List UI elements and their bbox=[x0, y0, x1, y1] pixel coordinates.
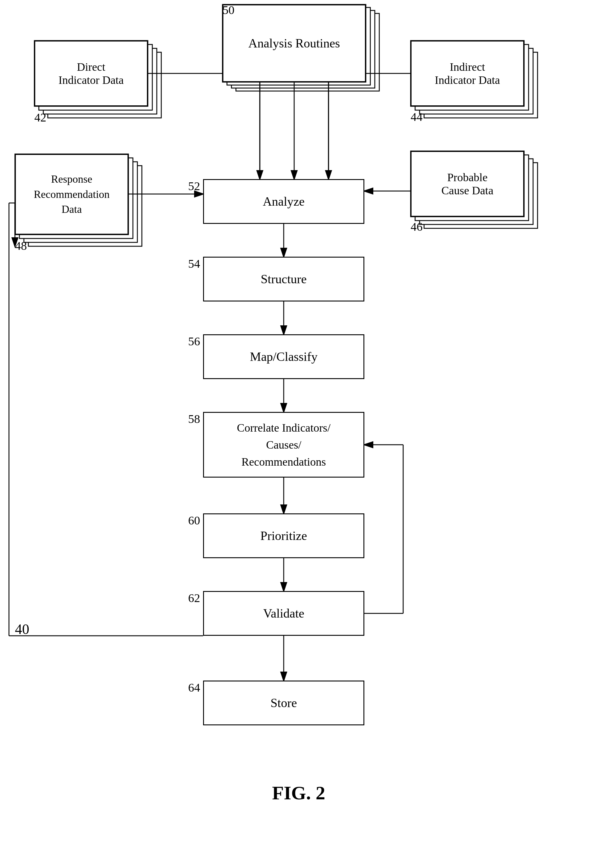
response-recommendation-label: Response Recommendation Data bbox=[34, 172, 109, 217]
figure-caption: FIG. 2 bbox=[239, 782, 358, 804]
correlate-number: 58 bbox=[188, 412, 200, 426]
analyze-box: Analyze bbox=[203, 179, 364, 224]
prioritize-box: Prioritize bbox=[203, 514, 364, 558]
indirect-indicator-label: Indirect Indicator Data bbox=[435, 60, 500, 87]
probable-cause-number: 46 bbox=[411, 220, 423, 234]
structure-number: 54 bbox=[188, 257, 200, 271]
store-number: 64 bbox=[188, 681, 200, 695]
diagram-number: 40 bbox=[15, 621, 29, 637]
indirect-indicator-box: Indirect Indicator Data bbox=[411, 41, 524, 106]
store-box: Store bbox=[203, 681, 364, 725]
store-label: Store bbox=[270, 696, 297, 710]
direct-indicator-number: 42 bbox=[34, 111, 46, 124]
analyze-label: Analyze bbox=[263, 194, 304, 209]
validate-box: Validate bbox=[203, 591, 364, 636]
map-classify-box: Map/Classify bbox=[203, 334, 364, 379]
structure-label: Structure bbox=[261, 272, 307, 286]
response-recommendation-box: Response Recommendation Data bbox=[15, 154, 129, 235]
validate-label: Validate bbox=[263, 606, 304, 620]
direct-indicator-label: Direct Indicator Data bbox=[59, 60, 124, 87]
map-classify-label: Map/Classify bbox=[250, 350, 318, 364]
analysis-routines-label: Analysis Routines bbox=[248, 36, 340, 50]
prioritize-number: 60 bbox=[188, 514, 200, 527]
correlate-label: Correlate Indicators/ Causes/ Recommenda… bbox=[237, 419, 330, 470]
prioritize-label: Prioritize bbox=[260, 528, 307, 543]
analyze-number: 52 bbox=[188, 179, 200, 193]
diagram: Analysis Routines 50 Direct Indicator Da… bbox=[0, 0, 594, 868]
structure-box: Structure bbox=[203, 257, 364, 301]
indirect-indicator-number: 44 bbox=[411, 110, 423, 124]
analysis-routines-number: 50 bbox=[223, 3, 235, 17]
probable-cause-box: Probable Cause Data bbox=[411, 151, 524, 217]
correlate-box: Correlate Indicators/ Causes/ Recommenda… bbox=[203, 412, 364, 478]
analysis-routines-box: Analysis Routines bbox=[223, 4, 366, 82]
probable-cause-label: Probable Cause Data bbox=[442, 171, 494, 197]
validate-number: 62 bbox=[188, 591, 200, 605]
map-classify-number: 56 bbox=[188, 334, 200, 348]
response-recommendation-number: 48 bbox=[15, 239, 27, 253]
direct-indicator-box: Direct Indicator Data bbox=[34, 41, 148, 106]
